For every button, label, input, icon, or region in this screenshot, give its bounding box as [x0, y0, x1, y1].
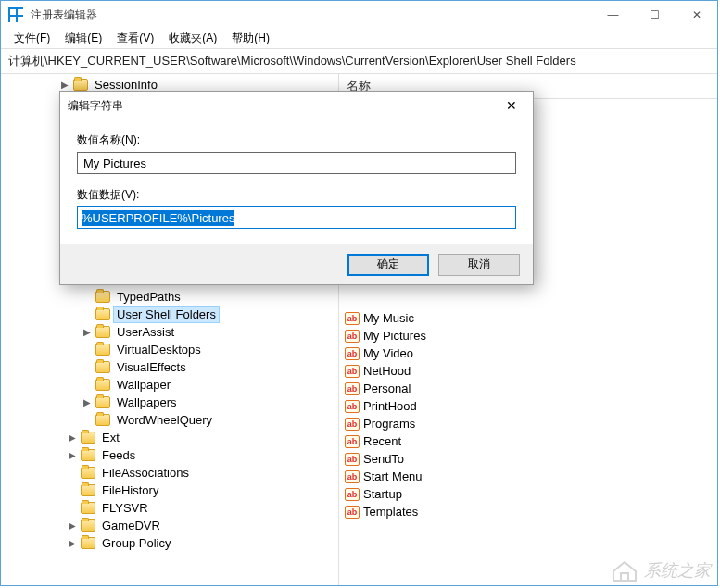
folder-icon: [81, 537, 95, 549]
list-item-name: Personal: [363, 382, 411, 395]
minimize-button[interactable]: —: [592, 1, 634, 29]
tree-item[interactable]: ▶Ext: [6, 429, 338, 446]
list-item-name: Templates: [363, 505, 418, 519]
chevron-right-icon[interactable]: ▶: [66, 450, 79, 460]
string-value-icon: ab: [345, 330, 360, 343]
dialog-close-button[interactable]: ✕: [498, 98, 525, 113]
list-row[interactable]: abPrintHood: [339, 397, 717, 415]
list-item-name: Start Menu: [363, 469, 423, 483]
tree-item-label: Feeds: [99, 447, 138, 463]
value-data-field[interactable]: %USERPROFILE%\Pictures: [77, 206, 516, 229]
tree-item[interactable]: FileHistory: [6, 482, 338, 499]
folder-icon: [95, 326, 110, 338]
list-row[interactable]: abPersonal: [339, 380, 717, 397]
list-item-name: Programs: [363, 417, 415, 431]
close-button[interactable]: ✕: [676, 1, 717, 29]
tree-item-label: User Shell Folders: [114, 307, 219, 322]
tree-item-label: FileAssociations: [99, 465, 192, 481]
tree-item[interactable]: ▶Wallpapers: [6, 394, 338, 411]
folder-icon: [95, 291, 110, 303]
chevron-right-icon[interactable]: ▶: [58, 80, 71, 90]
tree-item[interactable]: ▶Group Policy: [6, 534, 338, 552]
chevron-right-icon[interactable]: ▶: [81, 327, 94, 337]
list-item-name: My Video: [363, 346, 413, 360]
folder-icon: [95, 379, 110, 391]
list-row[interactable]: abSendTo: [339, 450, 717, 468]
chevron-right-icon[interactable]: ▶: [66, 538, 79, 548]
app-icon: [8, 7, 23, 22]
value-data-text: %USERPROFILE%\Pictures: [82, 210, 234, 226]
chevron-right-icon[interactable]: ▶: [81, 397, 94, 407]
menu-help[interactable]: 帮助(H): [224, 29, 277, 48]
string-value-icon: ab: [345, 435, 360, 448]
tree-item[interactable]: ▶Feeds: [6, 446, 338, 464]
cancel-button[interactable]: 取消: [438, 254, 520, 276]
value-name-field[interactable]: [77, 152, 516, 174]
list-row[interactable]: abPrograms: [339, 415, 717, 432]
list-row[interactable]: abNetHood: [339, 362, 717, 380]
menu-file[interactable]: 文件(F): [6, 29, 57, 48]
list-row[interactable]: abStartup: [339, 485, 717, 503]
value-data-label: 数值数据(V):: [77, 187, 516, 203]
tree-item[interactable]: ▶GameDVR: [6, 517, 338, 534]
tree-item-label: Wallpaper: [114, 377, 173, 393]
tree-item[interactable]: FileAssociations: [6, 464, 338, 482]
chevron-right-icon[interactable]: ▶: [66, 520, 79, 531]
list-row[interactable]: abTemplates: [339, 503, 717, 520]
address-bar[interactable]: 计算机\HKEY_CURRENT_USER\Software\Microsoft…: [1, 49, 717, 74]
window-title: 注册表编辑器: [31, 7, 592, 23]
list-item-name: My Music: [363, 311, 414, 325]
menu-favorites[interactable]: 收藏夹(A): [161, 29, 224, 48]
tree-item-label: TypedPaths: [114, 289, 183, 305]
folder-icon: [81, 449, 95, 461]
list-item-name: My Pictures: [363, 329, 426, 343]
list-row[interactable]: abRecent: [339, 432, 717, 450]
window-controls: — ☐ ✕: [592, 1, 717, 29]
menu-edit[interactable]: 编辑(E): [57, 29, 109, 48]
list-item-name: Startup: [363, 487, 402, 501]
chevron-right-icon[interactable]: ▶: [66, 432, 79, 443]
tree-item[interactable]: TypedPaths: [6, 288, 338, 306]
tree-item-label: GameDVR: [99, 518, 163, 533]
tree-item[interactable]: WordWheelQuery: [6, 411, 338, 429]
folder-icon: [95, 361, 110, 373]
list-row[interactable]: abMy Video: [339, 344, 717, 362]
tree-item[interactable]: VisualEffects: [6, 358, 338, 376]
list-row[interactable]: abMy Music: [339, 309, 717, 327]
value-name-label: 数值名称(N):: [77, 132, 516, 148]
folder-icon: [95, 396, 110, 408]
tree-item-label: VisualEffects: [114, 359, 189, 375]
edit-string-dialog: 编辑字符串 ✕ 数值名称(N): 数值数据(V): %USERPROFILE%\…: [59, 91, 534, 285]
string-value-icon: ab: [345, 382, 360, 395]
tree-item-label: FileHistory: [99, 482, 161, 498]
tree-item-label: VirtualDesktops: [114, 342, 204, 357]
folder-icon: [81, 502, 95, 514]
tree-item[interactable]: FLYSVR: [6, 499, 338, 517]
string-value-icon: ab: [345, 506, 360, 519]
folder-icon: [73, 79, 88, 91]
list-item-name: Recent: [363, 434, 401, 448]
menu-view[interactable]: 查看(V): [109, 29, 161, 48]
tree-item-label: FLYSVR: [99, 500, 151, 516]
tree-item-label: Wallpapers: [114, 394, 180, 410]
string-value-icon: ab: [345, 400, 360, 413]
folder-icon: [81, 484, 95, 496]
maximize-button[interactable]: ☐: [634, 1, 676, 29]
tree-item-label: Ext: [99, 430, 122, 445]
folder-icon: [95, 308, 110, 320]
folder-icon: [95, 344, 110, 356]
ok-button[interactable]: 确定: [347, 254, 429, 276]
tree-item-label: Group Policy: [99, 535, 173, 551]
string-value-icon: ab: [345, 365, 360, 378]
dialog-buttons: 确定 取消: [60, 244, 533, 284]
tree-item[interactable]: User Shell Folders: [6, 306, 338, 323]
list-row[interactable]: abStart Menu: [339, 468, 717, 485]
tree-item[interactable]: ▶UserAssist: [6, 323, 338, 341]
tree-item[interactable]: VirtualDesktops: [6, 341, 338, 358]
tree-item-label: UserAssist: [114, 324, 177, 340]
string-value-icon: ab: [345, 453, 360, 466]
list-row[interactable]: abMy Pictures: [339, 327, 717, 344]
list-item-name: SendTo: [363, 452, 404, 466]
dialog-body: 数值名称(N): 数值数据(V): %USERPROFILE%\Pictures: [60, 119, 533, 244]
tree-item[interactable]: Wallpaper: [6, 376, 338, 394]
